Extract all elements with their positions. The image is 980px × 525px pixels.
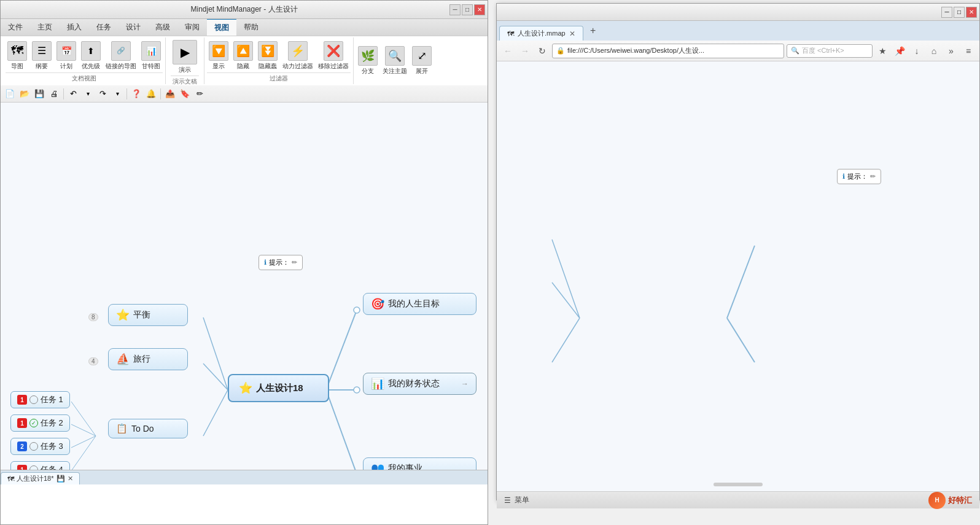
task4-check[interactable]	[29, 465, 38, 470]
browser-canvas: ℹ 提示： ✏ 8 ⭐ 平衡 4 ⛵ 旅行 1 任务 1 1 ✓ 任务 2 2	[497, 61, 979, 491]
more-tools[interactable]: »	[944, 44, 959, 58]
task2-check[interactable]: ✓	[29, 419, 38, 427]
ribbon-item-branch[interactable]: 🌿 分支	[356, 45, 379, 77]
task3-check[interactable]	[29, 442, 38, 451]
download-btn[interactable]: ↓	[909, 44, 924, 58]
ribbon-item-outline[interactable]: ☰ 纲要	[30, 40, 53, 72]
tab-task[interactable]: 任务	[89, 19, 119, 36]
export-btn[interactable]: 📤	[163, 87, 177, 101]
task1-priority: 1	[17, 395, 27, 405]
ribbon-item-focus[interactable]: 🔍 关注主题	[381, 45, 409, 77]
forward-button[interactable]: →	[518, 44, 532, 58]
tab-insert[interactable]: 插入	[60, 19, 89, 36]
star-button[interactable]: ★	[875, 44, 890, 58]
undo-arrow[interactable]: ▾	[81, 87, 95, 101]
task1-check[interactable]	[29, 395, 38, 404]
svg-line-9	[71, 436, 96, 470]
travel-connector-num: 4	[88, 357, 98, 365]
svg-point-11	[354, 307, 360, 313]
browser-tab[interactable]: 🗺 人生设计.mmap ✕	[499, 26, 583, 41]
dynamic-filter-label: 动力过滤器	[282, 62, 313, 71]
refresh-button[interactable]: ↻	[535, 44, 550, 58]
connection-lines	[1, 103, 488, 470]
ribbon-item-gantt[interactable]: 📊 甘特图	[139, 40, 163, 72]
hide-icon: 🔼	[233, 41, 253, 61]
browser-close[interactable]: ✕	[966, 7, 977, 18]
finance-node[interactable]: 📊 我的财务状态 →	[363, 373, 476, 395]
sep1	[63, 88, 64, 99]
ribbon-item-show[interactable]: 🔽 显示	[207, 40, 230, 72]
goal-icon: 🎯	[371, 297, 384, 311]
menu-button[interactable]: ☰ 菜单	[504, 495, 529, 505]
tab-close[interactable]: ✕	[68, 475, 73, 483]
task3-node[interactable]: 2 任务 3	[10, 438, 70, 455]
ribbon-item-expand[interactable]: ⤢ 展开	[410, 45, 434, 77]
search-bar[interactable]: 🔍 百度 <Ctrl+K>	[787, 44, 873, 58]
maximize-button[interactable]: □	[462, 4, 473, 15]
center-node[interactable]: ⭐ 人生设计18	[228, 374, 329, 402]
undo-btn[interactable]: ↶	[66, 87, 80, 101]
browser-title-bar: ─ □ ✕	[497, 4, 979, 21]
svg-line-5	[203, 390, 228, 436]
ribbon-item-hide[interactable]: 🔼 隐藏	[231, 40, 255, 72]
ribbon-item-priority[interactable]: ⬆ 优先级	[79, 40, 103, 72]
home-btn[interactable]: ⌂	[927, 44, 941, 58]
ribbon-item-dynamic-filter[interactable]: ⚡ 动力过滤器	[281, 40, 315, 72]
minimize-button[interactable]: ─	[449, 4, 461, 15]
help-btn[interactable]: ❓	[130, 87, 143, 101]
tab-home[interactable]: 主页	[30, 19, 60, 36]
back-button[interactable]: ←	[500, 44, 515, 58]
browser-minimize[interactable]: ─	[941, 7, 952, 18]
career-node[interactable]: 👥 我的事业	[363, 457, 476, 470]
horizontal-scrollbar[interactable]	[714, 483, 763, 486]
info-icon: ℹ	[264, 259, 266, 266]
goal-node[interactable]: 🎯 我的人生目标	[363, 293, 476, 315]
doc-tab[interactable]: 🗺 人生设计18* 💾 ✕	[1, 472, 80, 484]
redo-arrow[interactable]: ▾	[111, 87, 124, 101]
travel-node[interactable]: ⛵ 旅行	[108, 348, 188, 370]
new-tab-button[interactable]: +	[586, 23, 601, 38]
center-label: 人生设计18	[256, 383, 303, 394]
bookmark-btn[interactable]: 🔖	[178, 87, 192, 101]
tab-review[interactable]: 审阅	[177, 19, 207, 36]
gantt-icon: 📊	[141, 41, 161, 61]
menu-icon: ☰	[504, 496, 511, 505]
ribbon-item-plan[interactable]: 📅 计划	[55, 40, 78, 72]
tab-help[interactable]: 帮助	[236, 19, 266, 36]
ribbon-item-hide2[interactable]: ⏬ 隐藏蠢	[256, 40, 279, 72]
print-btn[interactable]: 🖨	[47, 87, 61, 101]
tab-design[interactable]: 设计	[119, 19, 148, 36]
task1-node[interactable]: 1 任务 1	[10, 391, 70, 408]
menu-btn[interactable]: ≡	[961, 44, 976, 58]
linked-label: 链接的导图	[106, 62, 136, 71]
bookmark-mgr[interactable]: 📌	[892, 44, 907, 58]
new-btn[interactable]: 📄	[3, 87, 17, 101]
tab-view[interactable]: 视图	[207, 18, 236, 36]
ribbon-item-present[interactable]: ▶ 演示	[171, 39, 199, 76]
address-bar[interactable]: 🔒 file:///C:/Users/weiwei.wang/Desktop/人…	[552, 44, 784, 58]
svg-line-8	[71, 436, 96, 448]
browser-maximize[interactable]: □	[954, 7, 965, 18]
map-icon: 🗺	[7, 41, 27, 61]
present-label: 演示	[179, 66, 191, 74]
url-text: file:///C:/Users/weiwei.wang/Desktop/人生设…	[567, 46, 704, 55]
ribbon-item-map[interactable]: 🗺 导图	[6, 40, 29, 72]
close-button[interactable]: ✕	[474, 4, 485, 15]
bell-btn[interactable]: 🔔	[144, 87, 158, 101]
task2-node[interactable]: 1 ✓ 任务 2	[10, 414, 70, 432]
tab-file[interactable]: 文件	[1, 19, 30, 36]
todo-node-left[interactable]: 📋 To Do	[108, 419, 188, 438]
tab-advanced[interactable]: 高级	[148, 19, 177, 36]
save-btn[interactable]: 💾	[33, 87, 46, 101]
redo-btn[interactable]: ↷	[96, 87, 109, 101]
edit-btn[interactable]: ✏	[193, 87, 206, 101]
browser-tab-close[interactable]: ✕	[569, 29, 575, 38]
balance-node[interactable]: ⭐ 平衡	[108, 304, 188, 326]
ribbon-item-linked[interactable]: 🔗 链接的导图	[104, 40, 138, 72]
boat-icon: ⛵	[116, 352, 130, 366]
presentation-group-label: 演示文稿	[171, 76, 199, 86]
ribbon-item-remove-filter[interactable]: ❌ 移除过滤器	[316, 40, 351, 72]
open-btn[interactable]: 📂	[18, 87, 31, 101]
task4-node[interactable]: 1 任务 4	[10, 461, 70, 470]
svg-line-7	[71, 424, 96, 436]
